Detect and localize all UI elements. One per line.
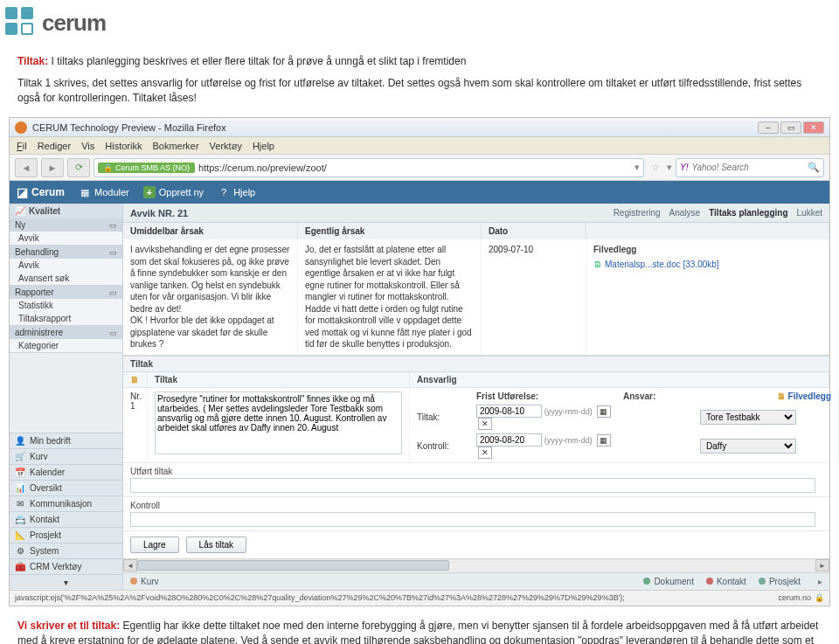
feed-icon[interactable]: ▾ — [667, 162, 672, 173]
window-titlebar: CERUM Technology Preview - Mozilla Firef… — [10, 118, 829, 137]
expand-icon[interactable]: ▸ — [818, 577, 822, 586]
sidebar-expand[interactable]: ▾ — [10, 574, 122, 590]
step-analyse[interactable]: Analyse — [669, 208, 701, 218]
filvedlegg-link[interactable]: 🗎 Materialsp...ste.doc [33.00kb] — [593, 259, 822, 271]
close-button[interactable]: ✕ — [803, 121, 824, 134]
tab-prosjekt[interactable]: Prosjekt — [759, 577, 801, 586]
filvedlegg-button[interactable]: 🗎Filvedlegg — [777, 391, 831, 401]
horizontal-scrollbar[interactable]: ◄ ► — [123, 558, 829, 572]
tiltak-ansvar-cell: Frist Utførelse: Ansvar: 🗎Filvedlegg Til… — [410, 388, 839, 462]
clear-icon[interactable]: ✕ — [478, 447, 492, 459]
chevron-down-icon: ▾ — [64, 578, 68, 587]
collapse-icon[interactable]: ▭ — [109, 288, 117, 297]
tiltak-ansvar-select[interactable]: Tore Testbakk — [700, 410, 796, 425]
search-bar[interactable]: Y! 🔍 — [676, 158, 824, 177]
bookmark-star-icon[interactable]: ☆ — [648, 162, 663, 173]
sidebar-item-statistikk[interactable]: Statistikk — [10, 299, 122, 312]
app-screenshot: CERUM Technology Preview - Mozilla Firef… — [9, 117, 830, 606]
collapse-icon[interactable]: ▭ — [109, 248, 117, 257]
app-body: 📈 Kvalitet Ny▭ Avvik Behandling▭ Avvik A… — [10, 204, 829, 590]
menu-verktoy[interactable]: Verktøy — [210, 141, 242, 151]
url-bar[interactable]: 🔒 Cerum SMB AS (NO) https://cerum.no/pre… — [94, 158, 644, 177]
lock-icon: 🔒 — [815, 593, 824, 602]
chart-icon: 📈 — [15, 206, 25, 216]
sidebar-item-kommunikasjon[interactable]: ✉Kommunikasjon — [10, 495, 122, 511]
tab-kontakt[interactable]: Kontakt — [706, 577, 746, 586]
reload-button[interactable]: ⟳ — [67, 158, 90, 177]
sidebar-sec-rapporter[interactable]: Rapporter▭ — [10, 286, 122, 299]
lagre-button[interactable]: Lagre — [130, 537, 179, 553]
gear-icon: ⚙ — [15, 546, 25, 556]
sidebar-sec-behandling[interactable]: Behandling▭ — [10, 246, 122, 259]
browser-toolbar: ◄ ► ⟳ 🔒 Cerum SMB AS (NO) https://cerum.… — [10, 155, 829, 181]
moduler-button[interactable]: ▦ Moduler — [79, 186, 129, 198]
sidebar-item-avvik-beh[interactable]: Avvik — [10, 259, 122, 272]
menu-hjelp[interactable]: Hjelp — [253, 141, 274, 151]
minimize-button[interactable]: – — [758, 121, 779, 134]
step-tiltak[interactable]: Tiltaks planlegging — [709, 208, 787, 218]
step-registrering[interactable]: Registrering — [614, 208, 661, 218]
overview-icon: 📊 — [15, 483, 25, 493]
document-icon: 🗎 — [777, 391, 786, 401]
dropdown-icon[interactable]: ▾ — [634, 162, 640, 173]
sidebar-item-prosjekt[interactable]: 📐Prosjekt — [10, 527, 122, 543]
collapse-icon[interactable]: ▭ — [109, 329, 117, 337]
sidebar-sec-admin[interactable]: administrere▭ — [10, 326, 122, 339]
menu-bokmerker[interactable]: Bokmerker — [152, 141, 198, 151]
calendar-icon[interactable]: ▦ — [597, 405, 611, 418]
collapse-icon[interactable]: ▭ — [109, 221, 117, 230]
kontroll-input[interactable] — [130, 512, 815, 527]
filvedlegg-head: Filvedlegg — [593, 244, 822, 256]
opprett-button[interactable]: + Opprett ny — [143, 186, 204, 198]
doc-outro: Vi skriver et til tiltak: Egentlig har i… — [0, 612, 839, 644]
sidebar-bottom: 👤Min bedrift 🛒Kurv 📅Kalender 📊Oversikt ✉… — [10, 433, 122, 590]
sidebar-item-kategorier[interactable]: Kategorier — [10, 339, 122, 352]
hjelp-button[interactable]: ? Hjelp — [218, 186, 255, 198]
cell-umiddelbar: I avviksbehandling er det egne prosesser… — [123, 239, 298, 355]
menu-historikk[interactable]: Historikk — [105, 141, 142, 151]
sidebar-item-avansert[interactable]: Avansert søk — [10, 272, 122, 285]
sidebar-item-tiltaksrapport[interactable]: Tiltaksrapport — [10, 312, 122, 325]
search-go-icon[interactable]: 🔍 — [808, 162, 820, 173]
scroll-left-icon[interactable]: ◄ — [123, 559, 137, 571]
date-hint: (yyyy-mm-dd) — [544, 407, 593, 416]
tiltak-nr: Nr. 1 — [123, 388, 148, 462]
sidebar-item-kalender[interactable]: 📅Kalender — [10, 464, 122, 480]
help-icon: ? — [218, 186, 230, 198]
statusbar: javascript:ejs('%2F%2A%25%2A%2Fvoid%28O%… — [10, 590, 829, 606]
utfort-input[interactable] — [130, 478, 815, 493]
menu-vis[interactable]: Vis — [81, 141, 94, 151]
calendar-icon[interactable]: ▦ — [597, 434, 611, 447]
window-title: CERUM Technology Preview - Mozilla Firef… — [32, 122, 226, 133]
maximize-button[interactable]: ▭ — [780, 121, 801, 134]
tiltak-date-input[interactable] — [476, 405, 542, 418]
tiltak-desc-input[interactable]: Prosedyre "rutiner for mottakskontroll" … — [155, 391, 402, 454]
back-button[interactable]: ◄ — [15, 158, 38, 177]
scroll-thumb[interactable] — [137, 560, 449, 571]
forward-button[interactable]: ► — [41, 158, 64, 177]
sidebar-item-kurv[interactable]: 🛒Kurv — [10, 448, 122, 464]
kontroll-date-input[interactable] — [476, 433, 542, 447]
sidebar-item-system[interactable]: ⚙System — [10, 543, 122, 558]
tab-dokument[interactable]: Dokument — [643, 577, 694, 586]
sidebar-item-kontakt[interactable]: 📇Kontakt — [10, 511, 122, 527]
sidebar-item-oversikt[interactable]: 📊Oversikt — [10, 480, 122, 495]
sidebar-item-minbedrift[interactable]: 👤Min bedrift — [10, 433, 122, 448]
laas-button[interactable]: Lås tiltak — [186, 537, 246, 553]
menu-fil[interactable]: FFilil — [17, 141, 27, 151]
avvik-header: Avvik NR. 21 Registrering Analyse Tiltak… — [123, 204, 829, 223]
search-input[interactable] — [691, 163, 804, 172]
url-text: https://cerum.no/preview/zoot/ — [198, 163, 631, 173]
sidebar: 📈 Kvalitet Ny▭ Avvik Behandling▭ Avvik A… — [10, 204, 123, 590]
kontroll-ansvar-select[interactable]: Daffy — [700, 439, 796, 454]
kontroll-label2: Kontroll — [130, 501, 822, 510]
clear-icon[interactable]: ✕ — [478, 418, 492, 430]
sidebar-sec-ny[interactable]: Ny▭ — [10, 218, 122, 232]
scroll-right-icon[interactable]: ► — [815, 559, 829, 571]
menu-rediger[interactable]: Rediger — [38, 141, 72, 151]
tab-kurv[interactable]: Kurv — [130, 577, 159, 586]
sidebar-item-avvik-ny[interactable]: Avvik — [10, 232, 122, 245]
document-icon — [643, 578, 650, 585]
step-lukket[interactable]: Lukket — [797, 208, 822, 218]
sidebar-item-crm[interactable]: 🧰CRM Verktøy — [10, 558, 122, 574]
